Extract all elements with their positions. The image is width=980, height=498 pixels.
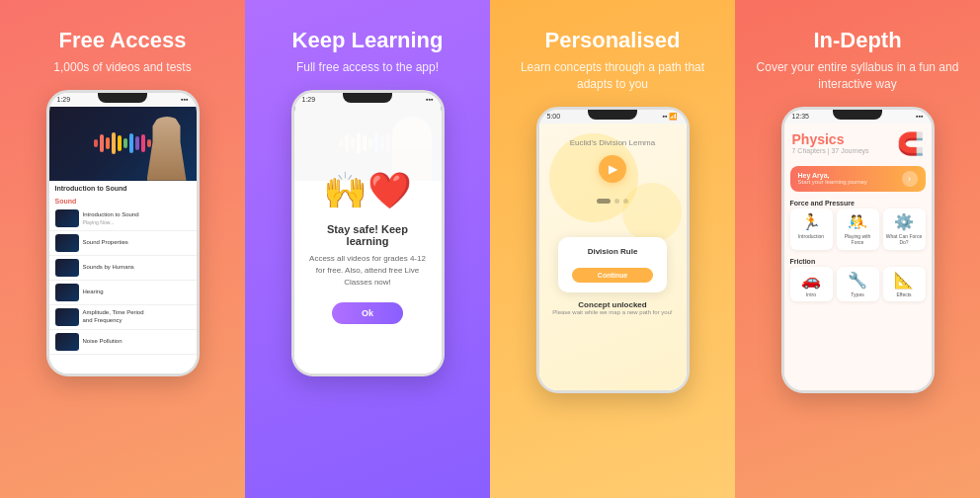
keep-learning-title: Keep Learning: [292, 28, 444, 53]
f2-icon: 🔧: [848, 271, 867, 290]
phone-notch-4: [833, 110, 882, 120]
list-thumb: [55, 234, 79, 252]
division-card-title: Division Rule: [572, 247, 653, 256]
list-item: Noise Pollution: [49, 330, 197, 355]
list-item: Sounds by Humans: [49, 256, 197, 281]
concept-unlocked: Concept unlocked Please wait while we ma…: [552, 300, 672, 315]
heart-icon: 🙌❤️: [323, 170, 412, 211]
time-1: 1:29: [57, 96, 71, 103]
friction-section-title: Friction: [784, 254, 932, 267]
video-thumbnail: [49, 107, 197, 181]
modal-overlay: 🙌❤️ Stay safe! Keep learning Access all …: [294, 107, 442, 374]
what-icon: ⚙️: [894, 212, 914, 231]
panel-free-access: Free Access 1,000s of videos and tests 1…: [0, 0, 245, 498]
list-item: Amplitude, Time Periodand Frequency: [49, 305, 197, 330]
panel-personalised: Personalised Learn concepts through a pa…: [490, 0, 735, 498]
chapter-item-intro[interactable]: 🏃 Introduction: [790, 208, 833, 250]
panel-in-depth: In-Depth Cover your entire syllabus in a…: [735, 0, 980, 498]
f3-label: Effects: [896, 291, 911, 298]
physics-app: Physics 7 Chapters | 37 Journeys 🧲 Hey A…: [784, 124, 932, 390]
physics-title-row: Physics 7 Chapters | 37 Journeys 🧲: [792, 131, 924, 158]
division-rule-card: Division Rule Continue: [558, 237, 667, 292]
personalised-subtitle: Learn concepts through a path that adapt…: [508, 59, 717, 93]
phone-notch-3: [588, 110, 637, 120]
free-access-title: Free Access: [59, 28, 187, 53]
waveform: [94, 128, 151, 158]
list-item: Sound Properties: [49, 231, 197, 256]
force-section-title: Force and Pressure: [784, 196, 932, 208]
video-label: Introduction to Sound: [49, 181, 197, 196]
physics-chapters: 7 Chapters | 37 Journeys: [792, 147, 869, 154]
hey-banner: Hey Arya, Start your learning journey ›: [790, 166, 926, 192]
f1-icon: 🚗: [801, 271, 821, 290]
list-thumb: [55, 333, 79, 351]
list-thumb: [55, 284, 79, 301]
concept-unlocked-sub: Please wait while we map a new path for …: [552, 309, 672, 315]
phone-notch-1: [98, 93, 147, 103]
concept-label: Euclid's Division Lemma: [570, 138, 655, 147]
in-depth-title: In-Depth: [813, 28, 901, 53]
f1-label: Intro: [806, 291, 816, 298]
chapter-item-what[interactable]: ⚙️ What Can Force Do?: [883, 208, 926, 250]
hey-subtitle: Start your learning journey: [798, 179, 867, 185]
concept-unlocked-title: Concept unlocked: [552, 300, 672, 309]
time-4: 12:35: [792, 113, 810, 120]
list-item: Hearing: [49, 281, 197, 305]
map-background: Euclid's Division Lemma ▶ Division Rule …: [539, 124, 687, 390]
panel-keep-learning: Keep Learning Full free access to the ap…: [245, 0, 490, 498]
deco-circle-2: [622, 183, 682, 242]
teacher-silhouette: [147, 117, 187, 181]
chapter-item-playing[interactable]: 🤼 Playing with Force: [837, 208, 879, 250]
phone-mockup-4: 12:35 ▪▪▪ Physics 7 Chapters | 37 Journe…: [781, 107, 935, 393]
battery-2: ▪▪▪: [426, 96, 433, 103]
f2-label: Types: [851, 291, 863, 298]
hey-title: Hey Arya,: [798, 172, 867, 179]
phone-mockup-2: 1:29 ▪▪▪: [291, 90, 445, 376]
personalised-title: Personalised: [545, 28, 681, 53]
phone-content-3: 5:00 ▪▪ 📶 Euclid's Division Lemma ▶ Divi…: [539, 110, 687, 390]
dots-row: [597, 199, 628, 204]
physics-subject-title: Physics: [792, 131, 869, 147]
phone-content-1: Introduction to Sound Sound Introduction…: [49, 107, 197, 374]
phone-content-2: 🙌❤️ Stay safe! Keep learning Access all …: [294, 107, 442, 374]
keep-learning-subtitle: Full free access to the app!: [296, 59, 439, 76]
dot: [614, 199, 619, 204]
sound-section-label: Sound: [49, 196, 197, 207]
list-thumb: [55, 209, 79, 227]
playing-icon: 🤼: [848, 212, 867, 231]
playing-label: Playing with Force: [839, 233, 877, 246]
continue-button[interactable]: Continue: [572, 268, 653, 283]
intro-icon: 🏃: [801, 212, 821, 231]
modal-title: Stay safe! Keep learning: [306, 223, 430, 247]
intro-label: Introduction: [798, 233, 824, 240]
in-depth-subtitle: Cover your entire syllabus in a fun and …: [753, 59, 962, 93]
free-access-subtitle: 1,000s of videos and tests: [53, 59, 191, 76]
list-thumb: [55, 259, 79, 277]
phone-content-4: Physics 7 Chapters | 37 Journeys 🧲 Hey A…: [784, 124, 932, 390]
chapter-item-f3[interactable]: 📐 Effects: [883, 267, 926, 302]
dot: [623, 199, 628, 204]
phone-notch-2: [343, 93, 392, 103]
magnet-icon: 🧲: [897, 131, 924, 157]
chapter-item-f2[interactable]: 🔧 Types: [837, 267, 879, 302]
list-thumb: [55, 308, 79, 326]
dot-active: [597, 199, 611, 204]
time-2: 1:29: [302, 96, 316, 103]
battery-1: ▪▪▪: [181, 96, 188, 103]
physics-header: Physics 7 Chapters | 37 Journeys 🧲: [784, 124, 932, 162]
path-circle: ▶: [599, 155, 626, 183]
f3-icon: 📐: [894, 271, 914, 290]
list-item: Introduction to Sound Playing Now...: [49, 207, 197, 231]
what-label: What Can Force Do?: [885, 233, 924, 246]
phone-mockup-3: 5:00 ▪▪ 📶 Euclid's Division Lemma ▶ Divi…: [536, 107, 690, 393]
chapter-item-f1[interactable]: 🚗 Intro: [790, 267, 833, 302]
chapter-grid-2: 🚗 Intro 🔧 Types 📐 Effects: [784, 267, 932, 306]
arrow-icon[interactable]: ›: [902, 171, 918, 187]
ok-button[interactable]: Ok: [332, 302, 403, 324]
phone-mockup-1: 1:29 ▪▪▪ Introduction to So: [46, 90, 200, 376]
modal-desc: Access all videos for grades 4-12 for fr…: [306, 253, 430, 289]
chapter-grid: 🏃 Introduction 🤼 Playing with Force ⚙️ W…: [784, 208, 932, 254]
time-3: 5:00: [547, 113, 561, 120]
